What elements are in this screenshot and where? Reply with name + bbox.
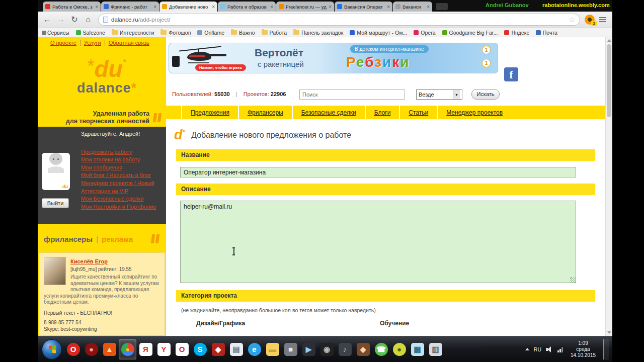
bookmark-item[interactable]: Работа [262,30,287,36]
bookmark-item[interactable]: Интересности [112,30,154,36]
user-menu-link[interactable]: Мои сообщения [81,164,162,172]
site-nav-item[interactable]: Безопасные сделки [292,106,365,119]
user-menu-link[interactable]: Мои Безопасные сделки [81,195,162,203]
bookmark-star-icon[interactable]: ☆ [569,16,575,24]
app-icon-3[interactable]: ▲ [101,339,118,359]
tab-close-icon[interactable]: × [153,4,156,10]
yandex-browser-icon[interactable]: Я [137,339,154,359]
banner-ad[interactable]: Нажми, чтобы играть Вертолёт с ракетнице… [169,43,498,73]
extension-icon[interactable]: 2 [585,15,595,25]
site-top-link[interactable]: Услуги [80,40,105,46]
bookmark-item[interactable]: Мой маршрут - Ом... [350,30,407,36]
browser-tab[interactable]: Фриланс - работ × [101,2,159,12]
bookmark-item[interactable]: Safezone [76,30,105,36]
camera-icon[interactable]: ◉ [318,339,336,359]
browser-tab[interactable]: Работа и образов × [218,2,276,12]
freelancers-title[interactable]: фрилансеры [44,235,93,243]
yandex-icon[interactable]: Y [155,339,173,359]
bookmark-item[interactable]: Почта [536,30,557,36]
user-menu-link[interactable]: Предложить работу [81,148,162,156]
refresh-button[interactable]: ↻ [69,14,80,25]
project-name-input[interactable] [180,167,576,177]
app-icon-21[interactable]: ▥ [427,339,444,359]
tab-close-icon[interactable]: × [427,4,430,10]
skype-icon[interactable]: S [191,339,209,359]
browser-menu-icon[interactable] [597,15,608,24]
new-tab-button[interactable] [436,3,448,10]
tray-expand-icon[interactable] [525,348,529,350]
show-desktop-button[interactable] [603,339,609,360]
site-nav-item[interactable]: Предложения [181,106,238,119]
browser-tab[interactable]: Ваканси × [393,2,432,12]
site-search-input[interactable] [299,89,405,100]
bookmark-item[interactable]: Сервисы [42,30,69,36]
project-description-textarea[interactable]: helper-ru@mail.ru [180,201,576,283]
bookmark-item[interactable]: Яндекс [504,30,529,36]
app-icon-19[interactable]: ● [390,339,408,359]
volume-icon[interactable] [546,346,553,352]
app-icon-13[interactable]: ■ [282,339,299,359]
music-icon[interactable]: ♪ [336,339,354,359]
search-scope-select[interactable]: Везде ▼ [416,89,462,100]
app-icon-20[interactable]: ▦ [409,339,426,359]
bookmark-item[interactable]: Oriflame [197,30,224,36]
app-icon-17[interactable]: ◆ [354,339,372,359]
browser-tab[interactable]: Вакансия Операт × [335,2,392,12]
app-icon-9[interactable]: ◆ [209,339,227,359]
language-indicator[interactable]: RU [534,346,541,352]
folder-icon[interactable]: ▬ [264,339,281,359]
notepad-icon[interactable]: ▤ [227,339,245,359]
tab-close-icon[interactable]: × [387,4,390,10]
ie-icon[interactable]: e [246,339,263,359]
browser-tab[interactable]: Freelancer.ru — уд × [276,2,334,12]
chrome-icon[interactable]: ● [119,339,136,359]
logout-button[interactable]: Выйти [42,198,69,208]
page-scrollbar[interactable] [605,37,612,336]
site-nav-item[interactable]: Статьи [399,106,437,119]
home-button[interactable]: ⌂ [83,14,94,25]
back-button[interactable]: ← [42,14,53,25]
site-top-link[interactable]: Обратная связь [105,40,153,46]
scrollbar-thumb[interactable] [607,44,611,117]
bookmark-item[interactable]: Opera [414,30,435,36]
dalance-logo[interactable]: *du* dalance* [60,57,153,95]
app-icon-2[interactable]: ● [83,339,100,359]
browser-tab[interactable]: Работа в Омске, з × [43,2,101,12]
network-icon[interactable] [557,346,563,352]
user-menu-link[interactable]: Мой блог / Написать в блог [81,171,162,179]
facebook-icon[interactable]: f [504,67,518,81]
site-nav-item[interactable]: Менеджер проектов [437,106,511,119]
user-panel: Здравствуйте, Андрей! du Выйти Предложит… [38,127,166,224]
forward-button[interactable]: → [55,14,66,25]
media-player-icon[interactable]: ▶ [300,339,317,359]
search-button[interactable]: Искать [471,89,500,100]
opera-icon[interactable]: O [64,339,82,359]
ads-title[interactable]: реклама [102,235,133,243]
textarea-resize-handle[interactable] [570,277,576,283]
user-menu-link[interactable]: Мои Настройки и Портфолио [81,203,162,211]
phone-app-icon[interactable]: ☎ [372,339,390,359]
ad-freelancer-name-link[interactable]: Киселёв Егор [70,258,108,264]
user-menu-link[interactable]: Менеджер проектов / Новый [81,179,162,188]
tab-close-icon[interactable]: × [329,4,332,10]
bookmark-item[interactable]: Панель закладок [293,30,343,36]
site-nav-item[interactable]: Фрилансеры [238,106,292,119]
user-avatar[interactable]: du [42,153,70,190]
scroll-down-arrow[interactable] [607,331,611,334]
tab-close-icon[interactable]: × [95,4,98,10]
user-menu-link[interactable]: Аттестация на VIP [81,188,162,196]
opera-white-icon[interactable]: O [173,339,191,359]
address-bar[interactable]: dalance.ru/add-project/ ☆ [98,14,580,26]
bookmark-item[interactable]: Фотошоп [160,30,191,36]
site-nav-item[interactable]: Блоги [365,106,399,119]
taskbar-clock[interactable]: 1:09 среда 14.10.2015 [568,340,599,358]
browser-tab[interactable]: Добавление ново × [159,2,217,12]
site-top-link[interactable]: О проекте [47,40,80,46]
tab-close-icon[interactable]: × [270,4,273,10]
tab-close-icon[interactable]: × [212,4,215,10]
bookmark-item[interactable]: Goodgame Big Far... [442,30,498,36]
bookmark-item[interactable]: Важно [231,30,255,36]
scroll-up-arrow[interactable] [607,39,611,42]
start-button[interactable] [42,339,62,359]
user-menu-link[interactable]: Мои отклики на работу [81,156,162,164]
